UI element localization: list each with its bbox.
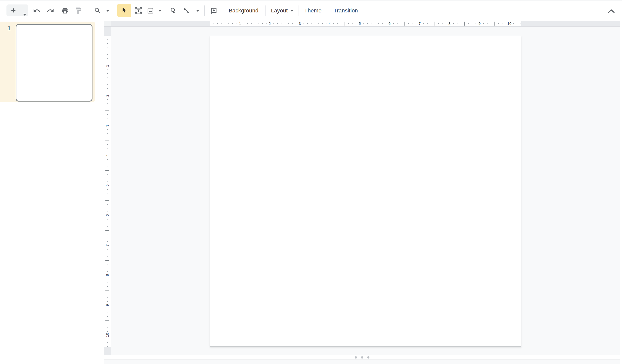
ruler-tick [251, 23, 252, 24]
ruler-tick [487, 23, 488, 24]
zoom-button[interactable] [92, 5, 104, 17]
toolbar-separator [328, 5, 328, 16]
ruler-tick [304, 23, 304, 24]
ruler-tick [288, 23, 289, 24]
ruler-number: 4 [329, 21, 331, 26]
layout-dropdown-icon [290, 10, 294, 12]
undo-icon [33, 7, 41, 14]
add-comment-button[interactable] [208, 5, 220, 17]
ruler-tick [464, 22, 465, 26]
ruler-tick [107, 294, 108, 294]
ruler-tick [315, 22, 315, 26]
ruler-tick [367, 23, 368, 24]
ruler-number: 2 [105, 92, 109, 99]
shape-icon [170, 7, 177, 14]
select-tool-button[interactable] [117, 4, 131, 17]
ruler-tick [502, 23, 502, 24]
ruler-tick [105, 51, 109, 51]
new-slide-dropdown-icon[interactable] [23, 14, 26, 16]
ruler-tick [472, 23, 472, 24]
chevron-up-icon [608, 9, 615, 13]
paint-format-button[interactable] [72, 5, 84, 17]
ruler-tick [107, 226, 108, 227]
ruler-tick [236, 23, 236, 24]
layout-button[interactable]: Layout [271, 0, 294, 21]
ruler-tick [318, 23, 319, 24]
ruler-tick [435, 22, 435, 26]
ruler-tick [281, 23, 281, 24]
ruler-tick [107, 122, 108, 122]
ruler-tick [107, 129, 108, 130]
ruler-tick [438, 23, 439, 24]
ruler-tick [107, 144, 108, 145]
ruler-tick [307, 23, 308, 24]
ruler-tick [107, 107, 108, 107]
text-box-button[interactable] [133, 5, 144, 17]
ruler-tick [107, 346, 108, 347]
toolbar-separator [115, 5, 115, 16]
drag-handle-dot [367, 356, 369, 359]
filmstrip-slide-row[interactable]: 1 [0, 22, 95, 102]
paint-format-icon [75, 7, 82, 14]
horizontal-ruler-slide-zone: 12345678910 [210, 21, 521, 26]
slide-thumbnail[interactable] [16, 24, 92, 102]
background-button[interactable]: Background [229, 0, 258, 21]
speaker-notes-resize-handle[interactable] [104, 355, 620, 360]
ruler-tick [326, 23, 326, 24]
insert-shape-button[interactable] [167, 5, 179, 17]
ruler-tick [107, 268, 108, 268]
ruler-tick [442, 23, 443, 24]
theme-button-label: Theme [304, 7, 321, 14]
toolbar-separator [223, 5, 223, 16]
ruler-tick [259, 23, 259, 24]
ruler-number: 7 [419, 21, 421, 26]
ruler-number: 9 [479, 21, 481, 26]
ruler-tick [356, 23, 356, 24]
hide-menus-button[interactable] [606, 7, 617, 16]
ruler-tick [277, 23, 278, 24]
ruler-tick [244, 23, 244, 24]
ruler-tick [107, 223, 108, 223]
ruler-tick [431, 23, 431, 24]
ruler-tick [427, 23, 428, 24]
redo-button[interactable] [44, 5, 56, 17]
ruler-tick [262, 23, 263, 24]
transition-button[interactable]: Transition [334, 0, 358, 21]
drag-handle-dot [361, 356, 363, 359]
slide-canvas[interactable] [210, 36, 521, 347]
ruler-tick [221, 23, 222, 24]
ruler-tick [107, 167, 108, 167]
ruler-tick [107, 174, 108, 175]
ruler-tick [273, 23, 274, 24]
ruler-number: 6 [105, 212, 109, 218]
line-dropdown-icon[interactable] [196, 10, 199, 12]
ruler-tick [107, 238, 108, 238]
ruler-number: 2 [269, 21, 271, 26]
ruler-tick [107, 297, 108, 298]
ruler-tick [107, 264, 108, 264]
image-dropdown-icon[interactable] [158, 10, 162, 12]
undo-button[interactable] [31, 5, 43, 17]
ruler-tick [453, 23, 454, 24]
ruler-corner [104, 21, 111, 27]
ruler-tick [345, 22, 345, 26]
ruler-tick [107, 342, 108, 343]
plus-icon [10, 7, 17, 14]
ruler-tick [412, 23, 412, 24]
theme-button[interactable]: Theme [304, 0, 321, 21]
ruler-tick [107, 328, 108, 328]
ruler-tick [266, 23, 267, 24]
new-slide-button[interactable] [6, 4, 28, 16]
ruler-tick [401, 23, 401, 24]
print-button[interactable] [59, 5, 71, 17]
zoom-dropdown-icon[interactable] [106, 10, 109, 12]
ruler-tick [311, 23, 311, 24]
ruler-tick [107, 58, 108, 59]
ruler-tick [105, 200, 109, 201]
ruler-tick [382, 23, 383, 24]
insert-line-button[interactable] [180, 5, 192, 17]
ruler-tick [491, 23, 491, 24]
ruler-tick [107, 249, 108, 250]
insert-image-button[interactable] [144, 5, 156, 17]
ruler-tick [105, 320, 109, 321]
